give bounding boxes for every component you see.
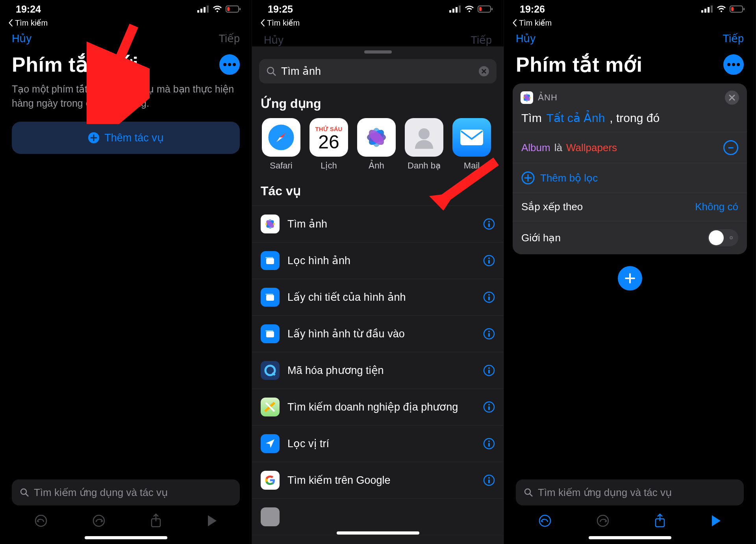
app-photos[interactable]: Ảnh (356, 118, 397, 171)
info-button[interactable] (483, 218, 495, 230)
app-safari[interactable]: Safari (261, 118, 302, 171)
svg-point-21 (267, 67, 274, 74)
action-row[interactable] (252, 499, 504, 535)
action-row[interactable]: Tìm kiếm trên Google (252, 462, 504, 499)
action-row[interactable]: Lọc hình ảnh (252, 242, 504, 279)
undo-button[interactable] (538, 514, 552, 527)
search-input[interactable]: Tìm ảnh (259, 59, 497, 83)
share-button[interactable] (654, 513, 666, 528)
more-button[interactable] (723, 54, 744, 75)
svg-rect-77 (708, 7, 710, 13)
photos-icon (261, 215, 280, 233)
svg-point-34 (419, 128, 430, 139)
filter-op[interactable]: là (554, 142, 562, 154)
wifi-icon (464, 5, 474, 13)
svg-rect-78 (711, 6, 713, 13)
svg-rect-46 (266, 258, 274, 264)
remove-filter-button[interactable]: − (723, 140, 738, 155)
svg-rect-50 (488, 260, 490, 264)
variable-all-photos[interactable]: Tất cả Ảnh (547, 111, 605, 125)
share-button[interactable] (150, 513, 162, 528)
svg-line-22 (273, 73, 276, 76)
breadcrumb-back[interactable]: Tìm kiếm (252, 18, 504, 31)
app-mail[interactable]: Mail (451, 118, 492, 171)
action-row[interactable]: Lấy hình ảnh từ đầu vào (252, 316, 504, 352)
info-button[interactable] (483, 401, 495, 413)
chevron-left-icon (512, 19, 517, 27)
next-button[interactable]: Tiếp (219, 32, 240, 45)
redo-button[interactable] (92, 514, 106, 527)
svg-rect-81 (743, 8, 745, 10)
wifi-icon (212, 5, 222, 13)
svg-rect-45 (488, 223, 490, 227)
svg-point-44 (488, 221, 490, 222)
navbar: Hủy Tiếp (504, 31, 756, 49)
apps-row: Safari THỨ SÁU 26 Lịch Ảnh Danh bạ (252, 118, 504, 178)
info-button[interactable] (483, 291, 495, 303)
page-title: Phím tắt mới (516, 53, 642, 76)
status-bar: 19:24 (0, 0, 252, 18)
add-action-fab[interactable] (618, 266, 642, 291)
plus-icon (624, 272, 636, 284)
image-stack-icon (261, 288, 280, 307)
toolbar (504, 505, 756, 536)
app-calendar[interactable]: THỨ SÁU 26 Lịch (308, 118, 349, 171)
action-row[interactable]: Lấy chi tiết của hình ảnh (252, 279, 504, 316)
action-row[interactable]: Tìm kiếm doanh nghiệp địa phương (252, 389, 504, 426)
svg-rect-57 (265, 330, 273, 331)
cancel-button[interactable]: Hủy (12, 32, 32, 45)
home-indicator[interactable] (589, 536, 671, 539)
breadcrumb-back[interactable]: Tìm kiếm (0, 18, 252, 31)
clear-search-button[interactable] (478, 66, 489, 77)
plus-circle-icon (521, 171, 535, 185)
card-close-button[interactable] (725, 91, 739, 105)
undo-button[interactable] (34, 514, 48, 527)
svg-rect-16 (456, 7, 458, 13)
svg-point-66 (488, 404, 490, 405)
next-button[interactable]: Tiếp (723, 32, 744, 45)
breadcrumb-back[interactable]: Tìm kiếm (504, 18, 756, 31)
svg-rect-64 (488, 370, 490, 374)
info-button[interactable] (483, 365, 495, 376)
home-indicator[interactable] (337, 531, 419, 535)
filter-value[interactable]: Wallpapers (566, 142, 617, 154)
status-bar: 19:26 (504, 0, 756, 18)
svg-rect-19 (479, 7, 482, 11)
sort-value[interactable]: Không có (695, 201, 738, 213)
search-input[interactable]: Tìm kiếm ứng dụng và tác vụ (516, 479, 744, 505)
filter-row[interactable]: Album là Wallpapers − (513, 132, 747, 163)
cancel-button[interactable]: Hủy (516, 32, 536, 45)
add-action-button[interactable]: Thêm tác vụ (12, 122, 240, 154)
info-button[interactable] (483, 328, 495, 340)
action-row[interactable]: Mã hóa phương tiện (252, 352, 504, 389)
filter-key[interactable]: Album (521, 142, 550, 154)
redo-button[interactable] (596, 514, 610, 527)
info-button[interactable] (483, 255, 495, 266)
svg-rect-15 (452, 9, 454, 13)
search-input[interactable]: Tìm kiếm ứng dụng và tác vụ (12, 479, 240, 505)
photos-icon (357, 118, 396, 157)
home-indicator[interactable] (85, 536, 167, 539)
cellular-icon (197, 6, 209, 13)
svg-rect-56 (266, 331, 274, 337)
sort-row[interactable]: Sắp xếp theo Không có (513, 193, 747, 221)
add-filter-button[interactable]: Thêm bộ lọc (513, 163, 747, 192)
action-row[interactable]: Lọc vị trí (252, 426, 504, 462)
search-icon (266, 66, 276, 76)
title-row: Phím tắt mới (0, 49, 252, 82)
battery-low-icon (226, 5, 241, 13)
sheet-grabber[interactable] (364, 50, 392, 54)
chevron-left-icon (8, 19, 13, 27)
more-button[interactable] (219, 54, 240, 75)
action-row[interactable]: Tìm ảnh (252, 205, 504, 242)
info-button[interactable] (483, 474, 495, 486)
plus-circle-icon (88, 132, 100, 144)
info-button[interactable] (483, 438, 495, 450)
screen-action-search: 19:25 Tìm kiếm Hủy Tiếp Tìm ảnh Ứng dụng (252, 0, 504, 544)
svg-rect-1 (200, 9, 202, 13)
run-button[interactable] (710, 514, 721, 527)
limit-toggle[interactable] (708, 229, 738, 246)
app-contacts[interactable]: Danh bạ (404, 118, 445, 171)
run-button[interactable] (206, 514, 217, 527)
svg-rect-60 (488, 333, 490, 337)
